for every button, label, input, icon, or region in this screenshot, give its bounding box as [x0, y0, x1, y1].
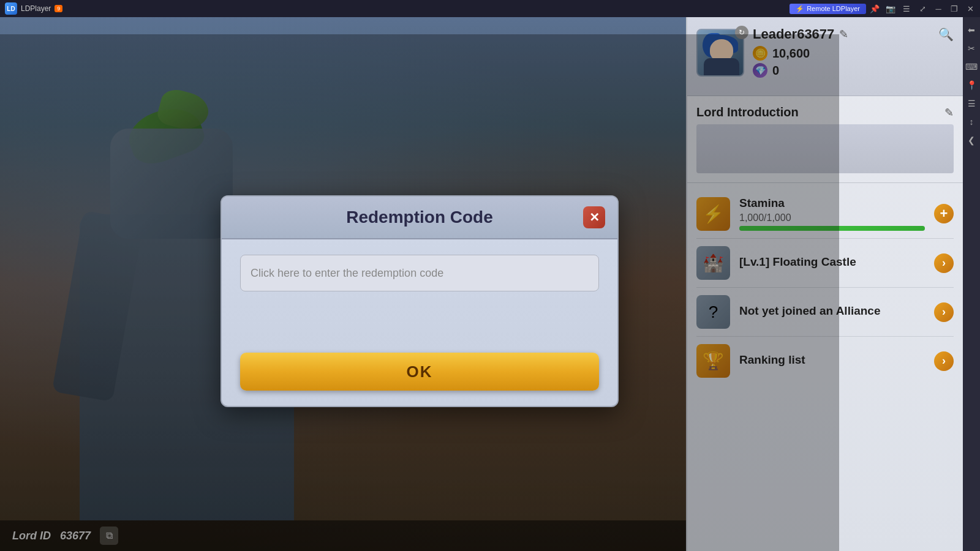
title-bar: LD LDPlayer 9 ⚡ Remote LDPlayer 📌 📷 ☰ ⤢ … — [0, 0, 980, 17]
dialog-overlay: Redemption Code ✕ OK — [0, 34, 839, 551]
right-edge-toolbar: ⬅ ✂ ⌨ 📍 ☰ ↕ ❮ — [963, 17, 980, 551]
lord-intro-edit-icon[interactable]: ✎ — [944, 106, 954, 119]
edge-btn-4[interactable]: 📍 — [965, 78, 978, 92]
search-player-icon[interactable]: 🔍 — [938, 27, 954, 42]
dialog-title: Redemption Code — [256, 208, 583, 227]
edge-btn-1[interactable]: ⬅ — [965, 23, 978, 37]
redemption-dialog: Redemption Code ✕ OK — [221, 195, 619, 407]
dialog-header: Redemption Code ✕ — [222, 197, 617, 239]
edge-btn-2[interactable]: ✂ — [965, 42, 978, 55]
settings-button[interactable]: ☰ — [899, 2, 914, 15]
game-area: Lord ID 63677 ⧉ Redemption Code ✕ OK — [0, 17, 851, 551]
dialog-spacer — [240, 304, 599, 353]
title-bar-left: LD LDPlayer 9 — [0, 2, 67, 15]
castle-arrow-icon[interactable]: › — [934, 253, 954, 273]
ranking-arrow-icon[interactable]: › — [934, 351, 954, 371]
dialog-close-button[interactable]: ✕ — [583, 206, 605, 228]
redemption-code-input[interactable] — [240, 255, 599, 291]
alliance-arrow-icon[interactable]: › — [934, 302, 954, 322]
edge-btn-7[interactable]: ❮ — [965, 133, 978, 147]
remote-ldplayer-button[interactable]: ⚡ Remote LDPlayer — [790, 4, 866, 14]
dialog-body: OK — [222, 239, 617, 406]
edge-btn-6[interactable]: ↕ — [965, 115, 978, 129]
app-title: LDPlayer — [21, 4, 51, 13]
minimize-button[interactable]: ─ — [931, 2, 946, 15]
close-button[interactable]: ✕ — [963, 2, 978, 15]
restore-button[interactable]: ❐ — [947, 2, 962, 15]
version-badge: 9 — [55, 5, 62, 12]
title-bar-right: ⚡ Remote LDPlayer 📌 📷 ☰ ⤢ ─ ❐ ✕ — [790, 2, 980, 15]
stamina-add-button[interactable]: + — [934, 204, 954, 223]
ld-logo: LD — [5, 2, 17, 15]
edge-btn-5[interactable]: ☰ — [965, 97, 978, 110]
screenshot-button[interactable]: 📷 — [883, 2, 898, 15]
ok-button[interactable]: OK — [240, 353, 599, 391]
edge-btn-3[interactable]: ⌨ — [965, 60, 978, 73]
pin-button[interactable]: 📌 — [867, 2, 882, 15]
edit-name-icon[interactable]: ✎ — [839, 28, 848, 41]
resize-button[interactable]: ⤢ — [915, 2, 930, 15]
